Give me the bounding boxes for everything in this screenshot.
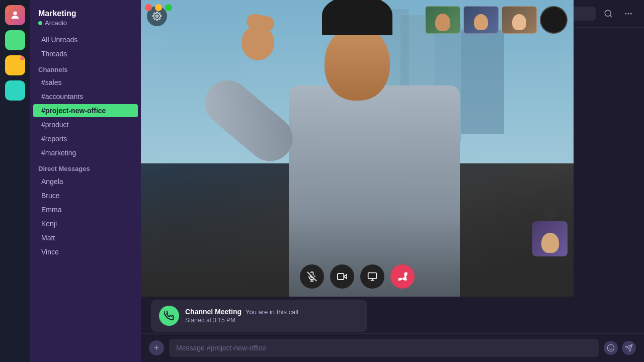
- svg-point-17: [607, 344, 614, 351]
- status-dot: [38, 21, 42, 25]
- video-main: [141, 0, 574, 297]
- sidebar-dm-bruce[interactable]: Bruce: [33, 189, 138, 202]
- message-add-button[interactable]: +: [149, 340, 164, 355]
- sidebar-dm-kenji[interactable]: Kenji: [33, 217, 138, 230]
- thumbnail-video-2[interactable]: [463, 6, 499, 34]
- sidebar-channel-project-new-office[interactable]: #project-new-office: [33, 104, 138, 117]
- workspace-name: Marketing: [30, 6, 141, 19]
- svg-line-6: [610, 15, 611, 17]
- rail-icon-green[interactable]: [5, 30, 25, 50]
- search-toggle-button[interactable]: [601, 6, 616, 21]
- sidebar-dm-angela[interactable]: Angela: [33, 175, 138, 188]
- message-right-icons: [604, 341, 636, 355]
- more-options-button[interactable]: [621, 6, 636, 21]
- sidebar-dm-matt[interactable]: Matt: [33, 231, 138, 244]
- window-controls: [145, 4, 172, 11]
- icon-rail: [0, 0, 30, 362]
- svg-point-0: [13, 12, 17, 15]
- meeting-subtitle: Started at 3:15 PM: [185, 317, 359, 324]
- sidebar-dm-emma[interactable]: Emma: [33, 203, 138, 216]
- workspace-avatar[interactable]: [5, 5, 25, 25]
- sidebar-channel-product[interactable]: #product: [33, 118, 138, 131]
- video-toggle-button[interactable]: [330, 264, 354, 289]
- sidebar-item-all-unreads[interactable]: All Unreads: [33, 33, 138, 46]
- sidebar-dm-vince[interactable]: Vince: [33, 245, 138, 258]
- meeting-in-call: You are in this call: [246, 308, 298, 316]
- thumbnail-video-dark[interactable]: [540, 6, 568, 34]
- screen-share-button[interactable]: [360, 264, 384, 289]
- meeting-notification: Channel Meeting You are in this call Sta…: [151, 300, 367, 332]
- svg-rect-14: [368, 273, 377, 279]
- meeting-info: Channel Meeting You are in this call Sta…: [185, 308, 359, 324]
- svg-point-10: [156, 15, 158, 18]
- call-controls: [300, 264, 415, 289]
- svg-point-7: [625, 13, 626, 15]
- sidebar-channel-accountants[interactable]: #accountants: [33, 90, 138, 103]
- thumbnail-video-1[interactable]: [425, 6, 460, 34]
- thumbnail-video-3[interactable]: [502, 6, 537, 34]
- svg-rect-13: [338, 274, 344, 280]
- mute-button[interactable]: [300, 264, 324, 289]
- sidebar-channel-sales[interactable]: #sales: [33, 76, 138, 89]
- message-input[interactable]: [169, 339, 599, 357]
- rail-icon-teal[interactable]: [5, 80, 25, 101]
- message-input-area: +: [141, 333, 644, 362]
- sidebar-item-threads[interactable]: Threads: [33, 47, 138, 60]
- emoji-button[interactable]: [604, 341, 618, 355]
- thumb-dot-dark: [544, 207, 555, 218]
- window-maximize-button[interactable]: [165, 4, 172, 11]
- sidebar-channel-reports[interactable]: #reports: [33, 132, 138, 145]
- meeting-icon: [159, 306, 179, 326]
- svg-marker-12: [344, 275, 347, 279]
- thumbnail-bottom-video[interactable]: [532, 221, 568, 256]
- window-minimize-button[interactable]: [155, 4, 162, 11]
- svg-point-8: [628, 13, 629, 15]
- thumbnail-bottom-right: [532, 207, 568, 256]
- sidebar: Marketing Arcadio All Unreads Threads Ch…: [30, 0, 141, 362]
- window-close-button[interactable]: [145, 4, 152, 11]
- end-call-button[interactable]: [390, 264, 415, 289]
- sidebar-channel-marketing[interactable]: #marketing: [33, 146, 138, 159]
- video-call-overlay: [141, 0, 574, 297]
- status-name: Arcadio: [45, 19, 67, 27]
- svg-point-9: [630, 13, 632, 15]
- main-area: #project-new-office: [141, 0, 644, 362]
- send-button[interactable]: [622, 341, 636, 355]
- rail-icon-yellow[interactable]: [5, 55, 25, 75]
- svg-point-5: [605, 10, 611, 16]
- workspace-status: Arcadio: [30, 19, 141, 33]
- dm-section-label: Direct Messages: [30, 160, 141, 174]
- meeting-title: Channel Meeting: [185, 308, 242, 316]
- channels-section-label: Channels: [30, 61, 141, 75]
- thumbnail-row: [425, 6, 568, 34]
